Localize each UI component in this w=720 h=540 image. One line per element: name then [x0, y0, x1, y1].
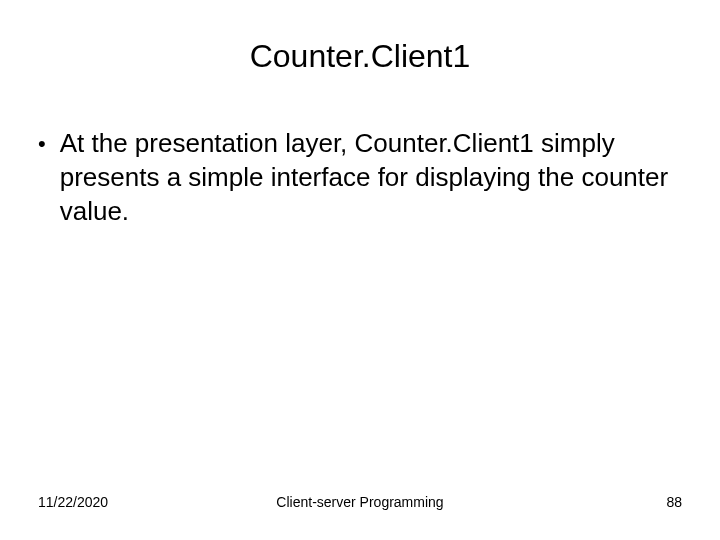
bullet-marker-icon: • — [38, 127, 46, 160]
bullet-list: • At the presentation layer, Counter.Cli… — [0, 99, 720, 228]
bullet-text: At the presentation layer, Counter.Clien… — [60, 127, 682, 228]
footer-subject: Client-server Programming — [253, 494, 468, 510]
slide-footer: 11/22/2020 Client-server Programming 88 — [0, 494, 720, 510]
footer-page-number: 88 — [467, 494, 682, 510]
bullet-item: • At the presentation layer, Counter.Cli… — [38, 127, 682, 228]
footer-date: 11/22/2020 — [38, 494, 253, 510]
slide-title: Counter.Client1 — [0, 0, 720, 99]
